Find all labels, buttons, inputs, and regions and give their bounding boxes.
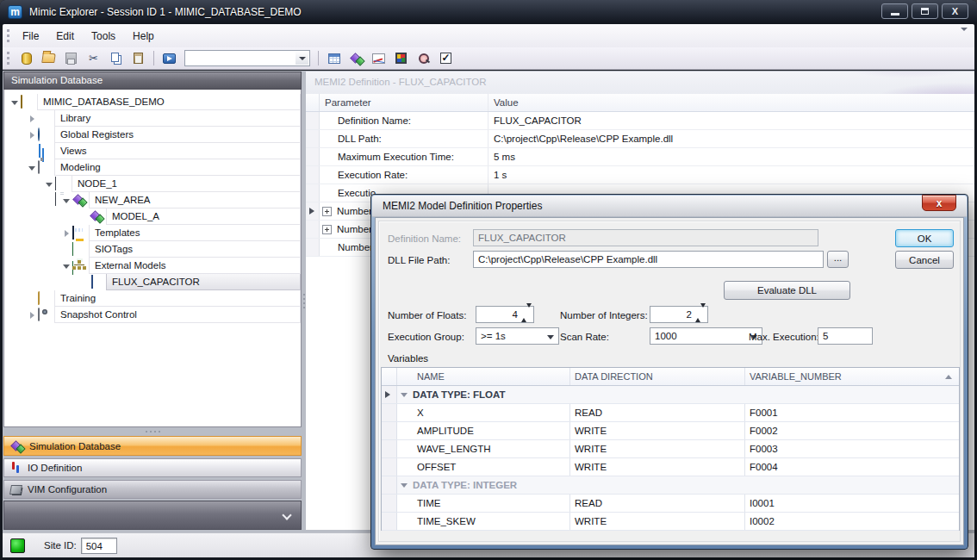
tree-item-label[interactable]: Training [54, 290, 301, 307]
expander-closed-icon[interactable] [27, 310, 37, 320]
variable-row[interactable]: X READ F0001 [382, 404, 959, 422]
minimize-button[interactable] [881, 3, 908, 19]
variable-number-cell[interactable]: I0002 [745, 513, 959, 530]
number-of-floats-stepper[interactable]: 4 [476, 306, 534, 323]
paste-button[interactable] [128, 49, 148, 67]
tree-item-label[interactable]: MODEL_A [106, 208, 301, 225]
column-header-parameter[interactable]: Parameter [320, 94, 488, 111]
tree-item-views[interactable]: Views [4, 143, 301, 159]
stepper-arrows[interactable] [695, 308, 706, 321]
nav-simulation-database[interactable]: Simulation Database [3, 436, 302, 456]
value-cell[interactable]: 1 s [488, 166, 974, 184]
value-cell[interactable]: C:\project\Cpp\Release\CPP Example.dll [488, 130, 974, 147]
group-row-integer[interactable]: DATA TYPE: INTEGER [382, 476, 959, 495]
name-cell[interactable]: WAVE_LENGTH [413, 440, 570, 457]
horizontal-splitter[interactable] [3, 428, 302, 434]
data-direction-cell[interactable]: WRITE [570, 513, 745, 530]
value-cell[interactable]: 5 ms [488, 148, 974, 165]
copy-button[interactable] [106, 49, 126, 67]
dll-file-path-field[interactable]: C:\project\Cpp\Release\CPP Example.dll [473, 251, 824, 268]
data-direction-cell[interactable]: WRITE [570, 458, 745, 476]
group-collapse-icon[interactable] [399, 480, 409, 490]
variable-row[interactable]: WAVE_LENGTH WRITE F0003 [382, 440, 959, 458]
parameter-cell[interactable]: Maximum Execution Time: [320, 148, 488, 165]
expander-closed-icon[interactable] [61, 228, 72, 239]
tree-item-label[interactable]: FLUX_CAPACITOR [106, 274, 301, 290]
variable-row[interactable]: TIME_SKEW WRITE I0002 [382, 513, 959, 531]
models-button[interactable] [346, 49, 366, 67]
search-button[interactable] [414, 49, 433, 67]
column-header-value[interactable]: Value [488, 94, 974, 111]
scan-rate-select[interactable]: 1000 [650, 327, 762, 345]
table-row[interactable]: Maximum Execution Time: 5 ms [306, 148, 974, 166]
chart-button[interactable] [369, 49, 389, 67]
data-direction-cell[interactable]: READ [570, 495, 745, 512]
data-direction-cell[interactable]: WRITE [570, 422, 745, 439]
data-direction-cell[interactable]: READ [570, 404, 745, 421]
nav-io-definition[interactable]: IO Definition [3, 458, 302, 477]
table-row[interactable]: Definition Name: FLUX_CAPACITOR [306, 112, 974, 130]
tree-item-flux-capacitor[interactable]: FLUX_CAPACITOR [4, 274, 301, 290]
browse-button[interactable]: ... [827, 251, 849, 268]
name-cell[interactable]: OFFSET [413, 458, 570, 476]
expander-open-icon[interactable] [61, 196, 72, 206]
toolbar-combobox[interactable] [184, 50, 310, 66]
tree-item-templates[interactable]: Templates [4, 225, 301, 241]
tree-item-snapshot-control[interactable]: Snapshot Control [4, 307, 301, 323]
variable-row[interactable]: TIME READ I0001 [382, 495, 959, 513]
tree-item-label[interactable]: NEW_AREA [89, 192, 301, 208]
name-cell[interactable]: AMPLITUDE [413, 422, 570, 439]
group-collapse-icon[interactable] [399, 389, 409, 400]
tree-item-model-a[interactable]: MODEL_A [4, 208, 301, 225]
dialog-close-button[interactable]: x [922, 195, 956, 211]
tree-item-modeling[interactable]: Modeling [4, 159, 301, 176]
tree-item-label[interactable]: Snapshot Control [54, 307, 301, 323]
combobox-dropdown-button[interactable] [296, 52, 308, 65]
value-cell[interactable]: FLUX_CAPACITOR [488, 112, 974, 129]
variable-number-cell[interactable]: I0001 [745, 495, 959, 512]
menu-file[interactable]: File [14, 26, 47, 47]
tree-item-siotags[interactable]: SIOTags [4, 241, 301, 258]
cut-button[interactable]: ✂ [84, 49, 103, 67]
number-of-integers-stepper[interactable]: 2 [650, 306, 708, 323]
tree-item-library[interactable]: Library [4, 110, 301, 127]
expand-plus-icon[interactable] [322, 225, 332, 234]
tree-item-label[interactable]: MIMIC_DATABASE_DEMO [37, 94, 301, 110]
menu-edit[interactable]: Edit [47, 26, 83, 47]
column-header-name[interactable]: NAME [413, 368, 570, 385]
tree-item-label[interactable]: Global Registers [54, 127, 301, 143]
tree-item-label[interactable]: Templates [89, 225, 301, 241]
nav-vim-configuration[interactable]: VIM Configuration [3, 480, 302, 499]
toolbar-overflow-button[interactable] [961, 31, 971, 41]
expander-open-icon[interactable] [9, 97, 20, 108]
save-button[interactable] [61, 49, 81, 67]
max-execution-field[interactable]: 5 [818, 327, 873, 345]
menu-help[interactable]: Help [124, 26, 163, 47]
expander-open-icon[interactable] [44, 179, 54, 190]
variable-row[interactable]: AMPLITUDE WRITE F0002 [382, 422, 959, 440]
expander-open-icon[interactable] [27, 163, 37, 173]
tree-item-label[interactable]: Views [54, 143, 301, 159]
ok-button[interactable]: OK [895, 229, 954, 247]
tree-item-node-1[interactable]: NODE_1 [4, 176, 301, 192]
variable-number-cell[interactable]: F0004 [745, 458, 959, 476]
menu-tools[interactable]: Tools [83, 26, 124, 47]
variable-row[interactable]: OFFSET WRITE F0004 [382, 458, 959, 476]
tree-item-external-models[interactable]: External Models [4, 258, 301, 274]
tree-item-label[interactable]: SIOTags [89, 241, 301, 258]
column-header-variable-number[interactable]: VARIABLE_NUMBER [745, 368, 959, 385]
name-cell[interactable]: TIME [413, 495, 570, 512]
close-button[interactable]: X [942, 3, 968, 19]
parameter-cell[interactable]: Execution Rate: [320, 166, 488, 184]
validate-button[interactable]: ✓ [436, 49, 456, 67]
name-cell[interactable]: X [413, 404, 570, 421]
tree-item-global-registers[interactable]: Global Registers [4, 127, 301, 143]
maximize-button[interactable] [912, 3, 938, 19]
cancel-button[interactable]: Cancel [895, 251, 954, 269]
column-header-data-direction[interactable]: DATA DIRECTION [570, 368, 745, 385]
new-database-button[interactable] [16, 49, 36, 67]
parameter-cell[interactable]: DLL Path: [320, 130, 488, 147]
name-cell[interactable]: TIME_SKEW [413, 513, 570, 530]
open-button[interactable] [39, 49, 59, 67]
menu-grip-handle[interactable] [7, 29, 9, 42]
